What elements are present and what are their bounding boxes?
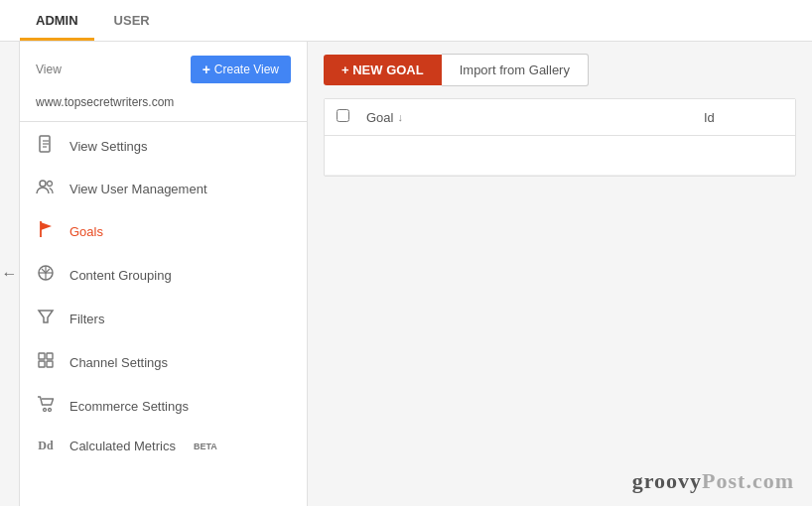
watermark: groovyPost.com — [632, 468, 794, 494]
create-view-label: Create View — [214, 63, 279, 76]
plus-icon: + — [203, 62, 210, 77]
id-column-label: Id — [704, 110, 715, 125]
sidebar-item-calculated-metrics[interactable]: Dd Calculated Metrics BETA — [20, 428, 307, 464]
create-view-button[interactable]: + Create View — [191, 56, 291, 83]
select-all-input[interactable] — [337, 109, 349, 122]
sidebar-item-channel-settings[interactable]: Channel Settings — [20, 340, 307, 384]
sidebar-item-content-grouping[interactable]: Content Grouping — [20, 253, 307, 297]
svg-rect-13 — [47, 353, 53, 359]
sidebar-item-ecommerce-settings[interactable]: Ecommerce Settings — [20, 384, 307, 428]
tab-admin[interactable]: ADMIN — [20, 3, 94, 41]
sidebar-item-label: View Settings — [69, 139, 148, 154]
svg-rect-15 — [47, 361, 53, 367]
svg-rect-12 — [39, 353, 45, 359]
watermark-post: Post.com — [702, 468, 794, 493]
ecommerce-icon — [36, 395, 56, 417]
table-header-row: Goal ↓ Id — [325, 99, 795, 136]
users-icon — [36, 179, 56, 198]
channel-settings-icon — [36, 351, 56, 373]
sidebar-item-label: Filters — [69, 312, 104, 326]
sidebar-item-label: View User Management — [69, 182, 207, 196]
sidebar-header: View + Create View — [20, 42, 307, 93]
beta-badge: BETA — [194, 442, 217, 451]
table-col-goal: Goal ↓ — [366, 110, 704, 125]
table-col-id: Id — [704, 110, 783, 125]
content-area: + NEW GOAL Import from Gallery Goal ↓ Id — [308, 42, 812, 506]
sidebar-item-label: Content Grouping — [69, 268, 172, 283]
goal-column-label: Goal — [366, 110, 393, 125]
calculated-metrics-icon: Dd — [36, 439, 56, 453]
collapse-sidebar-button[interactable]: ← — [0, 42, 20, 506]
sidebar-item-label: Goals — [69, 224, 103, 239]
sidebar-item-view-settings[interactable]: View Settings — [20, 124, 307, 168]
sidebar-item-label: Channel Settings — [69, 355, 168, 370]
svg-point-5 — [48, 182, 53, 187]
top-nav: ADMIN USER — [0, 0, 812, 42]
content-toolbar: + NEW GOAL Import from Gallery — [308, 42, 812, 98]
watermark-groovy: groovy — [632, 468, 702, 493]
goals-table: Goal ↓ Id — [324, 98, 796, 177]
sidebar-divider — [20, 121, 307, 122]
view-label: View — [36, 63, 62, 76]
new-goal-button[interactable]: + NEW GOAL — [324, 55, 442, 85]
main-layout: ← View + Create View www.topsecretwriter… — [0, 42, 812, 506]
svg-marker-7 — [41, 222, 52, 230]
sidebar: View + Create View www.topsecretwriters.… — [20, 42, 308, 506]
table-empty-row — [325, 136, 795, 176]
import-from-gallery-button[interactable]: Import from Gallery — [442, 54, 589, 86]
sidebar-item-filters[interactable]: Filters — [20, 297, 307, 340]
sidebar-item-goals[interactable]: Goals — [20, 209, 307, 253]
sidebar-item-label: Calculated Metrics — [69, 439, 176, 453]
svg-point-16 — [43, 409, 46, 412]
tab-user[interactable]: USER — [98, 3, 166, 41]
svg-marker-11 — [39, 311, 53, 322]
collapse-icon: ← — [2, 265, 18, 283]
svg-point-4 — [40, 181, 46, 187]
doc-icon — [36, 135, 56, 157]
sidebar-item-view-user-management[interactable]: View User Management — [20, 168, 307, 209]
sort-icon[interactable]: ↓ — [397, 111, 403, 123]
svg-point-17 — [48, 409, 51, 412]
filter-icon — [36, 308, 56, 329]
content-grouping-icon — [36, 264, 56, 286]
flag-icon — [36, 220, 56, 242]
svg-rect-14 — [39, 361, 45, 367]
sidebar-url: www.topsecretwriters.com — [20, 93, 307, 119]
sidebar-item-label: Ecommerce Settings — [69, 399, 189, 414]
table-select-all-checkbox[interactable] — [337, 109, 356, 125]
